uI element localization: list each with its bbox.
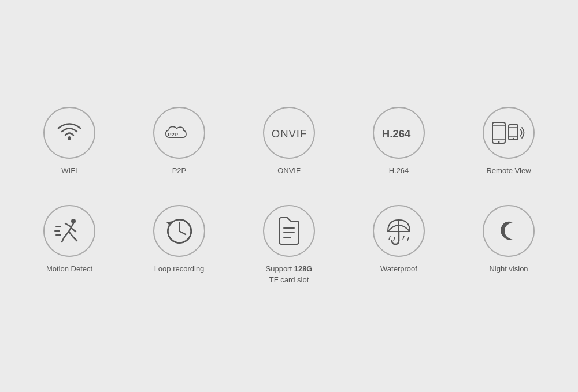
night-vision-icon-circle bbox=[483, 205, 535, 257]
feature-waterproof: Waterproof bbox=[364, 205, 433, 274]
feature-night-vision: Night vision bbox=[474, 205, 543, 274]
waterproof-icon-circle bbox=[373, 205, 425, 257]
svg-line-17 bbox=[62, 237, 64, 242]
wifi-icon bbox=[55, 121, 84, 144]
svg-line-31 bbox=[389, 236, 390, 240]
feature-motion-detect: Motion Detect bbox=[35, 205, 104, 274]
p2p-icon: P2P bbox=[162, 121, 197, 144]
svg-point-0 bbox=[68, 137, 71, 140]
p2p-label: P2P bbox=[172, 166, 187, 176]
remote-view-icon bbox=[491, 120, 526, 145]
svg-text:P2P: P2P bbox=[168, 131, 178, 137]
feature-h264: H.264 H.264 bbox=[364, 107, 433, 176]
svg-point-11 bbox=[513, 138, 514, 139]
onvif-icon: ONVIF bbox=[271, 124, 308, 141]
motion-detect-icon bbox=[54, 215, 86, 247]
wifi-icon-circle bbox=[43, 107, 95, 159]
svg-line-14 bbox=[65, 223, 71, 227]
onvif-label: ONVIF bbox=[277, 166, 301, 176]
svg-line-19 bbox=[73, 237, 77, 241]
remote-view-label: Remote View bbox=[486, 166, 531, 176]
features-grid: WIFI P2P P2P ONVIF ONVIF bbox=[35, 107, 543, 285]
h264-icon: H.264 bbox=[380, 124, 418, 141]
svg-line-34 bbox=[407, 237, 409, 241]
remote-view-icon-circle bbox=[483, 107, 535, 159]
night-vision-label: Night vision bbox=[489, 264, 528, 274]
svg-line-16 bbox=[64, 232, 69, 237]
svg-line-33 bbox=[403, 236, 404, 240]
svg-line-32 bbox=[394, 237, 395, 241]
tf-card-icon-circle bbox=[263, 205, 315, 257]
motion-detect-icon-circle bbox=[43, 205, 95, 257]
wifi-label: WIFI bbox=[61, 166, 77, 176]
feature-p2p: P2P P2P bbox=[144, 107, 214, 176]
svg-rect-8 bbox=[509, 125, 518, 140]
svg-point-7 bbox=[498, 141, 500, 143]
tf-card-icon bbox=[275, 215, 303, 247]
h264-icon-circle: H.264 bbox=[373, 107, 425, 159]
svg-line-18 bbox=[69, 232, 73, 237]
loop-recording-icon-circle bbox=[153, 205, 205, 257]
waterproof-label: Waterproof bbox=[380, 264, 417, 274]
feature-tf-card: Support 128GTF card slot bbox=[254, 205, 324, 285]
feature-row-2: Motion Detect Loop recording bbox=[35, 205, 543, 285]
loop-recording-label: Loop recording bbox=[154, 264, 205, 274]
svg-line-15 bbox=[71, 228, 76, 232]
feature-wifi: WIFI bbox=[35, 107, 104, 176]
night-vision-icon bbox=[494, 216, 523, 245]
motion-detect-label: Motion Detect bbox=[46, 264, 92, 274]
feature-loop-recording: Loop recording bbox=[144, 205, 214, 274]
svg-text:ONVIF: ONVIF bbox=[271, 128, 306, 140]
tf-card-label: Support 128GTF card slot bbox=[266, 264, 313, 285]
h264-label: H.264 bbox=[389, 166, 409, 176]
loop-recording-icon bbox=[164, 215, 195, 247]
p2p-icon-circle: P2P bbox=[153, 107, 205, 159]
feature-onvif: ONVIF ONVIF bbox=[254, 107, 324, 176]
waterproof-icon bbox=[382, 215, 416, 247]
svg-line-25 bbox=[179, 231, 186, 234]
feature-row-1: WIFI P2P P2P ONVIF ONVIF bbox=[35, 107, 543, 176]
svg-text:H.264: H.264 bbox=[381, 128, 410, 140]
onvif-icon-circle: ONVIF bbox=[263, 107, 315, 159]
feature-remote-view: Remote View bbox=[474, 107, 543, 176]
